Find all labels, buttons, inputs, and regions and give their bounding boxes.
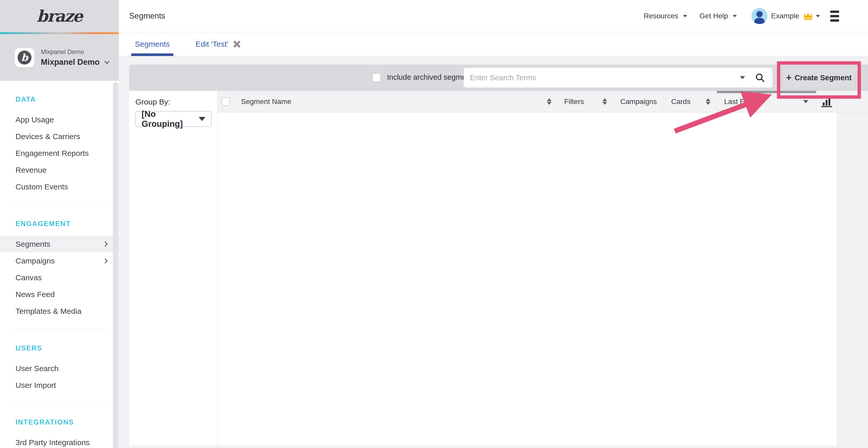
sidebar-item-segments[interactable]: Segments	[0, 236, 119, 252]
chevron-down-icon	[104, 59, 110, 64]
sidebar-item-custom-events[interactable]: Custom Events	[0, 178, 119, 195]
chevron-down-icon	[683, 15, 687, 17]
sidebar-item-engagement-reports[interactable]: Engagement Reports	[0, 145, 119, 162]
group-by-panel: Group By: [No Grouping]	[129, 91, 218, 446]
column-header-cards[interactable]: Cards	[664, 91, 717, 112]
sort-icon[interactable]	[706, 98, 710, 105]
include-archived-label: Include archived segments	[387, 73, 476, 81]
sidebar-item-campaigns[interactable]: Campaigns	[0, 252, 119, 269]
workspace-group-label: Mixpanel Demo	[41, 48, 109, 56]
get-help-menu[interactable]: Get Help	[700, 12, 737, 20]
search-field	[464, 68, 772, 88]
segments-toolbar: Include archived segments + Create Segme…	[129, 65, 868, 91]
user-name[interactable]: Example	[771, 12, 799, 20]
include-archived-checkbox[interactable]	[372, 73, 381, 82]
sidebar-item-3rd-party-integrations[interactable]: 3rd Party Integrations	[0, 434, 119, 448]
workspace-name: Mixpanel Demo	[41, 58, 99, 67]
chevron-right-icon	[102, 258, 108, 264]
hamburger-menu-icon[interactable]	[830, 10, 839, 22]
sidebar-item-templates-media[interactable]: Templates & Media	[0, 303, 119, 319]
tab-bar: Segments Edit 'Test'	[119, 32, 868, 56]
user-avatar[interactable]	[751, 8, 768, 24]
sidebar-item-news-feed[interactable]: News Feed	[0, 286, 119, 303]
sidebar-item-revenue[interactable]: Revenue	[0, 162, 119, 178]
sidebar-section-users: USERS	[16, 343, 119, 353]
braze-logo-block: braze	[0, 0, 119, 32]
sidebar: DATA App Usage Devices & Carriers Engage…	[0, 81, 119, 448]
column-header-segment-name[interactable]: Segment Name	[234, 91, 558, 112]
workspace-logo-icon: b	[18, 50, 32, 65]
group-by-label: Group By:	[135, 98, 211, 106]
plus-icon: +	[786, 73, 792, 82]
sidebar-scrollbar[interactable]	[113, 82, 119, 448]
sidebar-section-data: DATA	[16, 94, 119, 105]
column-header-actions	[837, 91, 868, 112]
workspace-switcher[interactable]: b Mixpanel Demo Mixpanel Demo	[0, 34, 119, 81]
sidebar-divider	[9, 205, 110, 205]
segments-table-header: Segment Name Filters Campaigns Cards Las…	[218, 91, 868, 112]
search-input[interactable]	[464, 68, 740, 88]
create-segment-button[interactable]: + Create Segment	[783, 67, 855, 88]
tab-edit-test[interactable]: Edit 'Test'	[192, 32, 244, 56]
close-icon[interactable]	[233, 40, 241, 48]
column-header-campaigns[interactable]: Campaigns	[614, 91, 664, 112]
active-sort-indicator	[717, 91, 816, 93]
crown-icon	[803, 12, 813, 21]
select-all-checkbox[interactable]	[221, 97, 230, 106]
search-dropdown-caret-icon[interactable]	[740, 76, 745, 79]
tab-segments[interactable]: Segments	[131, 32, 173, 56]
chevron-down-icon	[733, 15, 737, 17]
table-bottom-border	[129, 446, 868, 446]
table-right-gutter	[837, 112, 868, 446]
column-header-filters[interactable]: Filters	[558, 91, 614, 112]
chevron-down-icon	[199, 117, 206, 121]
workspace-icon: b	[15, 48, 34, 67]
search-icon[interactable]	[755, 72, 765, 83]
braze-logo: braze	[37, 7, 82, 26]
sidebar-section-integrations: INTEGRATIONS	[16, 417, 119, 427]
resources-menu[interactable]: Resources	[644, 12, 687, 20]
last-edited-dropdown-caret-icon[interactable]	[803, 100, 808, 103]
sidebar-section-engagement: ENGAGEMENT	[16, 218, 119, 229]
sidebar-item-user-import[interactable]: User Import	[0, 377, 119, 393]
top-header: Segments Resources Get Help Example	[119, 0, 868, 32]
sidebar-item-user-search[interactable]: User Search	[0, 360, 119, 377]
column-header-last-edited[interactable]: Last Edited	[717, 91, 816, 112]
page-title: Segments	[129, 11, 165, 21]
brand-gradient-bar	[0, 32, 119, 34]
bar-chart-icon	[821, 96, 833, 107]
chevron-right-icon	[102, 242, 108, 247]
segments-table-body	[218, 112, 837, 446]
sidebar-item-devices-carriers[interactable]: Devices & Carriers	[0, 128, 119, 145]
sidebar-divider	[9, 329, 110, 330]
sidebar-item-app-usage[interactable]: App Usage	[0, 111, 119, 128]
main-content: Include archived segments + Create Segme…	[119, 56, 868, 448]
group-by-select[interactable]: [No Grouping]	[135, 111, 212, 127]
sort-icon[interactable]	[602, 98, 607, 105]
sort-icon[interactable]	[547, 98, 552, 105]
chevron-down-icon	[816, 15, 820, 17]
sidebar-divider	[9, 403, 110, 404]
column-header-analytics[interactable]	[816, 91, 837, 112]
sidebar-item-canvas[interactable]: Canvas	[0, 269, 119, 286]
